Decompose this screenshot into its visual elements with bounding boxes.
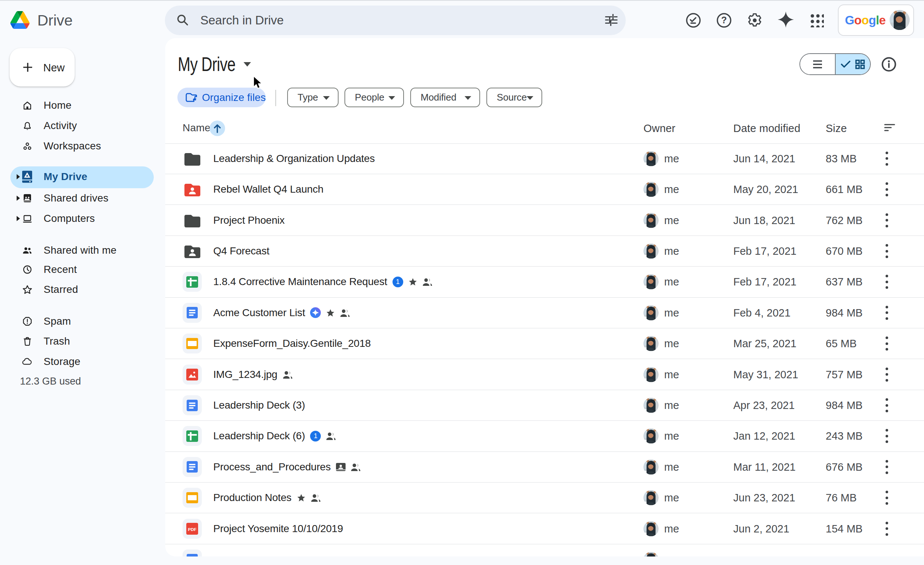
svg-text:PDF: PDF — [188, 527, 196, 531]
svg-text:?: ? — [721, 15, 727, 25]
